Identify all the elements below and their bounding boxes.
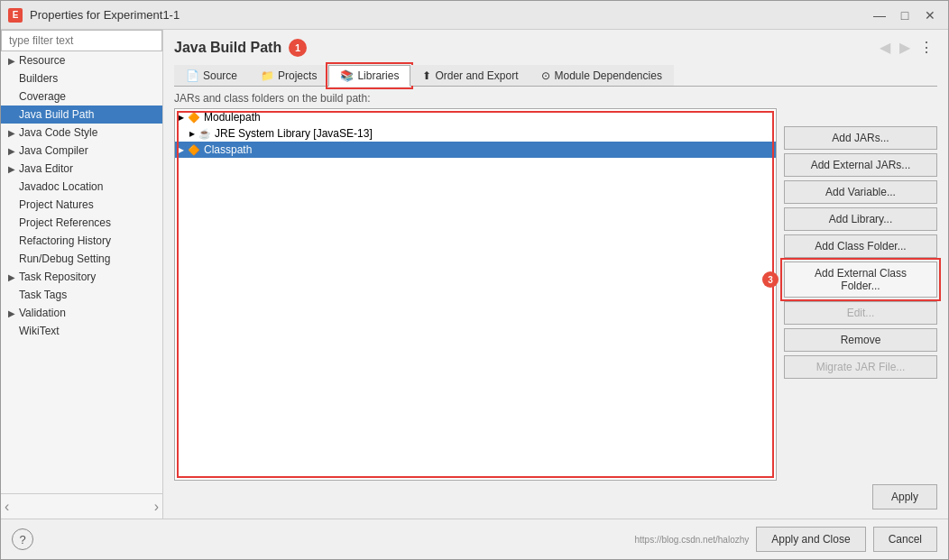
apply-and-close-button[interactable]: Apply and Close	[756, 527, 865, 552]
remove-button[interactable]: Remove	[784, 328, 937, 352]
properties-dialog: E Properties for Experiment1-1 — □ ✕ ▶Re…	[0, 0, 949, 560]
nav-forward-button[interactable]: ▶	[896, 37, 914, 58]
tab-libraries[interactable]: 📚 Libraries	[328, 65, 410, 87]
help-button[interactable]: ?	[12, 528, 33, 550]
expand-modulepath-icon: ▸	[179, 111, 184, 124]
tab-source[interactable]: 📄 Source	[174, 65, 249, 86]
sidebar-item-java-code-style[interactable]: ▶Java Code Style	[1, 124, 162, 142]
minimize-button[interactable]: —	[869, 5, 890, 26]
tree-node-classpath[interactable]: ▸ 🔶 Classpath	[175, 142, 776, 158]
add-external-class-folder-button[interactable]: Add External Class Folder...	[784, 262, 937, 298]
sidebar-item-wikitext[interactable]: WikiText	[1, 322, 162, 340]
sidebar-item-java-editor[interactable]: ▶Java Editor	[1, 160, 162, 178]
panel-body: 2 ▸ 🔶 Modulepath ▸ ☕ JRE System Library …	[174, 108, 937, 481]
badge-3: 3	[762, 271, 779, 288]
cancel-button[interactable]: Cancel	[873, 527, 937, 552]
tree-container[interactable]: 2 ▸ 🔶 Modulepath ▸ ☕ JRE System Library …	[174, 108, 777, 481]
add-jars-button[interactable]: Add JARs...	[784, 126, 937, 150]
close-button[interactable]: ✕	[919, 5, 941, 26]
nav-menu-button[interactable]: ⋮	[916, 37, 937, 58]
sidebar-item-run-debug[interactable]: Run/Debug Setting	[1, 250, 162, 268]
content-area: ▶Resource Builders Coverage Java Build P…	[1, 30, 948, 519]
url-label: https://blog.csdn.net/halozhy	[635, 535, 750, 545]
sidebar-item-validation[interactable]: ▶Validation	[1, 304, 162, 322]
tree-label: JARs and class folders on the build path…	[174, 92, 937, 105]
tabs-bar: 📄 Source 📁 Projects 📚 Libraries ⬆ Order …	[174, 65, 937, 87]
page-title: Java Build Path	[174, 40, 281, 56]
sidebar-item-refactoring-history[interactable]: Refactoring History	[1, 232, 162, 250]
nav-back-button[interactable]: ◀	[876, 37, 894, 58]
modulepath-folder-icon: 🔶	[188, 112, 200, 124]
sidebar-item-task-tags[interactable]: Task Tags	[1, 286, 162, 304]
sidebar-bottom: ‹ ›	[1, 493, 162, 519]
apply-button[interactable]: Apply	[872, 484, 937, 510]
main-header: Java Build Path 1 ◀ ▶ ⋮	[174, 37, 937, 58]
order-export-tab-icon: ⬆	[422, 69, 431, 82]
sidebar-item-coverage[interactable]: Coverage	[1, 87, 162, 106]
nav-arrows: ◀ ▶ ⋮	[876, 37, 937, 58]
tab-order-export[interactable]: ⬆ Order and Export	[410, 65, 530, 86]
badge-1: 1	[289, 39, 307, 57]
sidebar-item-resource[interactable]: ▶Resource	[1, 51, 162, 69]
expand-classpath-icon: ▸	[179, 143, 184, 156]
tab-module-dependencies[interactable]: ⊙ Module Dependencies	[530, 65, 673, 86]
sidebar-tree: ▶Resource Builders Coverage Java Build P…	[1, 51, 162, 493]
expand-jre-icon: ▸	[189, 127, 195, 140]
title-bar: E Properties for Experiment1-1 — □ ✕	[1, 1, 948, 30]
app-icon: E	[8, 8, 23, 23]
add-external-class-folder-wrapper: 3 Add External Class Folder...	[784, 262, 937, 298]
maximize-button[interactable]: □	[894, 5, 916, 26]
button-panel: Add JARs... Add External JARs... Add Var…	[784, 108, 937, 481]
tab-projects[interactable]: 📁 Projects	[249, 65, 328, 86]
tree-wrapper: 2 ▸ 🔶 Modulepath ▸ ☕ JRE System Library …	[174, 108, 777, 481]
sidebar-item-java-build-path[interactable]: Java Build Path	[1, 106, 162, 124]
sidebar-item-javadoc-location[interactable]: Javadoc Location	[1, 178, 162, 196]
tree-node-modulepath[interactable]: ▸ 🔶 Modulepath	[175, 109, 776, 125]
tree-node-jre[interactable]: ▸ ☕ JRE System Library [JavaSE-13]	[175, 125, 776, 142]
tree-highlight-outline	[177, 111, 774, 478]
add-class-folder-button[interactable]: Add Class Folder...	[784, 234, 937, 258]
sidebar: ▶Resource Builders Coverage Java Build P…	[1, 30, 163, 519]
projects-tab-icon: 📁	[261, 69, 274, 82]
apply-row: Apply	[174, 481, 937, 511]
sidebar-item-builders[interactable]: Builders	[1, 69, 162, 87]
jre-icon: ☕	[198, 128, 211, 140]
window-controls: — □ ✕	[869, 5, 941, 26]
add-external-jars-button[interactable]: Add External JARs...	[784, 153, 937, 177]
classpath-icon: 🔶	[188, 144, 200, 156]
libraries-tab-icon: 📚	[340, 69, 354, 82]
edit-button[interactable]: Edit...	[784, 301, 937, 325]
scroll-right-icon[interactable]: ›	[154, 499, 159, 515]
module-dep-tab-icon: ⊙	[541, 69, 550, 82]
main-panel: Java Build Path 1 ◀ ▶ ⋮ 📄 Source 📁 Proje…	[163, 30, 948, 519]
add-variable-button[interactable]: Add Variable...	[784, 180, 937, 204]
add-library-button[interactable]: Add Library...	[784, 207, 937, 231]
sidebar-item-project-natures[interactable]: Project Natures	[1, 196, 162, 214]
filter-input[interactable]	[1, 30, 162, 51]
source-tab-icon: 📄	[186, 69, 199, 82]
sidebar-item-project-references[interactable]: Project References	[1, 214, 162, 232]
sidebar-item-java-compiler[interactable]: ▶Java Compiler	[1, 142, 162, 160]
window-title: Properties for Experiment1-1	[30, 8, 869, 22]
migrate-jar-button[interactable]: Migrate JAR File...	[784, 355, 937, 379]
sidebar-item-task-repository[interactable]: ▶Task Repository	[1, 268, 162, 286]
tree-area: 2 ▸ 🔶 Modulepath ▸ ☕ JRE System Library …	[174, 108, 777, 481]
scroll-left-icon[interactable]: ‹	[5, 499, 9, 515]
footer: ? https://blog.csdn.net/halozhy Apply an…	[1, 519, 948, 559]
footer-buttons: Apply and Close Cancel	[756, 527, 937, 552]
